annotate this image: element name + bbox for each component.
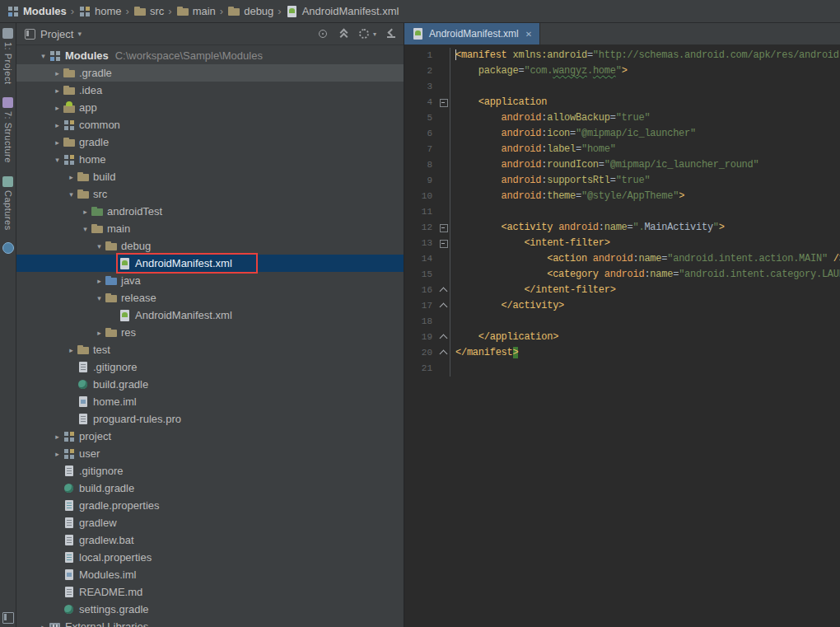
breadcrumb-item-src[interactable]: src — [131, 5, 166, 18]
editor-tab-androidmanifest-xml[interactable]: AndroidManifest.xml ✕ — [404, 23, 540, 44]
tree-row-androidtest[interactable]: ▸ androidTest — [16, 203, 404, 220]
editor[interactable]: 1 <manifest xmlns:android="http://schema… — [404, 45, 840, 627]
expand-arrow-icon[interactable]: ▾ — [38, 52, 49, 60]
code-line[interactable]: 13 <intent-filter> — [404, 236, 840, 251]
code-line[interactable]: 14 <action android:name="android.intent.… — [404, 251, 840, 267]
tree-row-app[interactable]: ▸ app — [16, 99, 404, 116]
collapse-all-icon[interactable] — [338, 28, 349, 40]
fold-marker-icon[interactable] — [437, 298, 450, 314]
expand-arrow-icon[interactable]: ▸ — [52, 87, 63, 95]
tree-row-project[interactable]: ▸ project — [16, 428, 404, 445]
code-line[interactable]: 3 — [404, 79, 840, 95]
tree-row-gitignore[interactable]: .gitignore — [16, 358, 404, 376]
tree-row-debug[interactable]: ▾ debug — [16, 237, 404, 255]
settings-icon[interactable] — [358, 28, 370, 40]
code-line[interactable]: 20 </manifest> — [404, 345, 840, 361]
tree-row-user[interactable]: ▸ user — [16, 445, 404, 462]
tree-row-src[interactable]: ▾ src — [16, 185, 404, 203]
tool-button-structure[interactable]: 7: Structure — [2, 97, 13, 163]
tree-row-proguard-rules-pro[interactable]: proguard-rules.pro — [16, 410, 404, 428]
tree-row-gitignore[interactable]: .gitignore — [16, 462, 404, 480]
fold-marker-icon[interactable] — [437, 345, 450, 361]
expand-arrow-icon[interactable]: ▸ — [38, 623, 49, 627]
tree-row-androidmanifest-xml[interactable]: AndroidManifest.xml — [16, 306, 404, 324]
tree-row-build[interactable]: ▸ build — [16, 168, 404, 185]
fold-marker-icon[interactable] — [437, 236, 450, 251]
tree-row-modules-iml[interactable]: Modules.iml — [16, 566, 404, 583]
code-line[interactable]: 12 <activity android:name=".MainActivity… — [404, 220, 840, 236]
code-line[interactable]: 16 </intent-filter> — [404, 283, 840, 298]
tree-row-local-properties[interactable]: local.properties — [16, 549, 404, 566]
expand-arrow-icon[interactable]: ▸ — [80, 208, 91, 216]
code-line[interactable]: 7 android:label="home" — [404, 142, 840, 157]
tree-row-home[interactable]: ▾ home — [16, 151, 404, 168]
expand-arrow-icon[interactable]: ▸ — [52, 450, 63, 458]
tree-row-res[interactable]: ▸ res — [16, 324, 404, 341]
round-tool-icon[interactable] — [2, 242, 14, 254]
expand-arrow-icon[interactable]: ▸ — [52, 138, 63, 147]
tree-row-java[interactable]: ▸ java — [16, 272, 404, 289]
tree-row-idea[interactable]: ▸ .idea — [16, 82, 404, 99]
tree-row-gradle[interactable]: ▸ gradle — [16, 133, 404, 151]
tree-row-gradlew-bat[interactable]: gradlew.bat — [16, 531, 404, 549]
breadcrumb-item-main[interactable]: main — [174, 5, 218, 18]
breadcrumb-item-debug[interactable]: debug — [225, 5, 276, 18]
tree-row-home-iml[interactable]: home.iml — [16, 393, 404, 410]
tree-row-external-libraries[interactable]: ▸ External Libraries — [16, 618, 404, 627]
tree-row-gradle[interactable]: ▸ .gradle — [16, 64, 404, 82]
code-line[interactable]: 21 — [404, 361, 840, 377]
breadcrumb-item-androidmanifest-xml[interactable]: AndroidManifest.xml — [283, 5, 402, 18]
code-line[interactable]: 17 </activity> — [404, 298, 840, 314]
expand-arrow-icon[interactable]: ▸ — [52, 433, 63, 441]
code-line[interactable]: 10 android:theme="@style/AppTheme"> — [404, 189, 840, 204]
expand-arrow-icon[interactable]: ▸ — [66, 346, 77, 354]
toolwindow-icon[interactable] — [2, 612, 14, 624]
tree-row-main[interactable]: ▾ main — [16, 220, 404, 237]
fold-marker-icon[interactable] — [437, 220, 450, 236]
project-view-dropdown[interactable]: Project ▾ — [40, 28, 82, 40]
code-line[interactable]: 4 <application — [404, 95, 840, 110]
tree-row-common[interactable]: ▸ common — [16, 116, 404, 133]
tool-button-project[interactable]: 1: Project — [2, 28, 13, 84]
expand-arrow-icon[interactable]: ▾ — [66, 190, 77, 199]
tree-row-gradlew[interactable]: gradlew — [16, 514, 404, 531]
expand-arrow-icon[interactable]: ▾ — [94, 294, 105, 302]
code-line[interactable]: 8 android:roundIcon="@mipmap/ic_launcher… — [404, 157, 840, 173]
tool-button-captures[interactable]: Captures — [2, 176, 13, 231]
expand-arrow-icon[interactable]: ▾ — [94, 242, 105, 250]
tree-row-test[interactable]: ▸ test — [16, 341, 404, 358]
fold-marker-icon[interactable] — [437, 330, 450, 345]
code-line[interactable]: 18 — [404, 314, 840, 330]
expand-arrow-icon[interactable]: ▸ — [94, 277, 105, 285]
breadcrumb-item-home[interactable]: home — [76, 5, 124, 18]
expand-arrow-icon[interactable]: ▸ — [52, 121, 63, 129]
expand-arrow-icon[interactable]: ▾ — [52, 156, 63, 164]
expand-arrow-icon[interactable]: ▾ — [80, 225, 91, 233]
tree-row-gradle-properties[interactable]: gradle.properties — [16, 497, 404, 514]
code-line[interactable]: 15 <category android:name="android.inten… — [404, 267, 840, 283]
locate-icon[interactable] — [317, 28, 329, 40]
tree-row-build-gradle[interactable]: build.gradle — [16, 376, 404, 393]
code-line[interactable]: 6 android:icon="@mipmap/ic_launcher" — [404, 126, 840, 142]
hide-icon[interactable] — [385, 28, 397, 40]
close-icon[interactable]: ✕ — [525, 30, 532, 39]
tree-row-modules[interactable]: ▾ Modules C:\workspace\Sample\Modules — [16, 47, 404, 64]
code-line[interactable]: 19 </application> — [404, 330, 840, 345]
code-line[interactable]: 1 <manifest xmlns:android="http://schema… — [404, 48, 840, 63]
code-line[interactable]: 9 android:supportsRtl="true" — [404, 173, 840, 189]
fold-marker-icon[interactable] — [437, 283, 450, 298]
expand-arrow-icon[interactable]: ▸ — [52, 104, 63, 112]
code-line[interactable]: 2 package="com.wangyz.home"> — [404, 63, 840, 79]
tree-row-readme-md[interactable]: README.md — [16, 583, 404, 601]
project-tree[interactable]: ▾ Modules C:\workspace\Sample\Modules ▸ … — [16, 45, 404, 627]
tree-row-settings-gradle[interactable]: settings.gradle — [16, 601, 404, 618]
expand-arrow-icon[interactable]: ▸ — [66, 173, 77, 181]
tree-row-build-gradle[interactable]: build.gradle — [16, 480, 404, 497]
fold-marker-icon[interactable] — [437, 95, 450, 110]
code-line[interactable]: 11 — [404, 204, 840, 220]
expand-arrow-icon[interactable]: ▸ — [94, 329, 105, 337]
breadcrumb-item-modules[interactable]: Modules — [4, 5, 69, 18]
expand-arrow-icon[interactable]: ▸ — [52, 69, 63, 77]
tree-row-release[interactable]: ▾ release — [16, 289, 404, 306]
tree-row-androidmanifest-xml[interactable]: AndroidManifest.xml — [16, 255, 404, 272]
